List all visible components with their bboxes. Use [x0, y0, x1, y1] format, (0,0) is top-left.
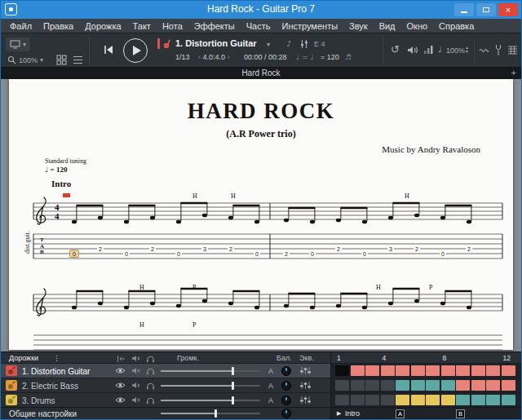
speed-stepper[interactable]: ▴▾ [466, 46, 468, 54]
timeline-cell[interactable] [486, 380, 500, 391]
loop-icon[interactable]: ↺ [391, 43, 400, 55]
timeline-cells[interactable] [331, 378, 521, 392]
track-row[interactable]: 3. Drums A [1, 393, 521, 408]
mute-speaker-icon[interactable] [131, 382, 140, 389]
section-marker[interactable]: Intro [51, 179, 71, 188]
relative-speed-value[interactable]: 100% [446, 46, 465, 55]
timeline-cell[interactable] [351, 395, 365, 405]
note-icon[interactable]: ♪ [286, 39, 291, 48]
go-to-start-button[interactable] [104, 45, 114, 55]
eq-icon[interactable] [299, 381, 312, 390]
timeline-cell[interactable] [365, 380, 379, 391]
timeline-cell[interactable] [411, 395, 425, 405]
timeline-cell[interactable] [381, 365, 395, 376]
playhead-cell[interactable] [335, 365, 349, 376]
menu-item-9[interactable]: Звук [343, 20, 374, 33]
menu-item-4[interactable]: Такт [127, 20, 157, 33]
track-name[interactable]: 2. Electric Bass [22, 382, 78, 391]
timeline-cell[interactable] [351, 365, 365, 376]
mute-speaker-icon[interactable] [131, 396, 140, 404]
score-page[interactable]: HARD ROCK (A.R Power trio) Music by Andr… [9, 79, 513, 350]
master-volume-slider[interactable] [161, 409, 260, 418]
notation-system-1[interactable]: 4 4 T A B HHH0202032020203202 [25, 192, 507, 280]
track-selector[interactable]: 1. Distortion Guitar [175, 38, 257, 48]
visibility-eye-icon[interactable] [115, 367, 126, 374]
menu-item-8[interactable]: Инструменты [276, 20, 343, 33]
timeline-cell[interactable] [486, 365, 500, 376]
balance-knob[interactable] [281, 381, 291, 391]
timeline-cells[interactable] [331, 364, 521, 378]
timeline-cell[interactable] [426, 395, 440, 405]
minimize-button[interactable] [454, 3, 474, 16]
level-meter-icon[interactable] [423, 45, 433, 55]
headphones-solo-icon[interactable] [146, 396, 155, 405]
timeline-cell[interactable] [396, 365, 409, 376]
timeline-cell[interactable] [502, 395, 515, 405]
timeline-cell[interactable] [426, 380, 440, 391]
automation-label[interactable]: A [268, 396, 273, 405]
volume-slider[interactable] [161, 382, 260, 390]
master-settings-label[interactable]: Общие настройки [9, 409, 77, 418]
timeline-cell[interactable] [502, 365, 515, 376]
fretboard-icon[interactable] [507, 45, 518, 55]
eq-icon[interactable] [299, 396, 312, 405]
notes-and-tab-numbers[interactable]: HHH0202032020203202 [70, 192, 473, 258]
visibility-eye-icon[interactable] [115, 396, 126, 404]
close-button[interactable]: × [498, 3, 518, 16]
timeline-cell[interactable] [426, 365, 440, 376]
timeline-cell[interactable] [456, 395, 470, 405]
volume-slider[interactable] [161, 367, 260, 375]
tempo-equivalence[interactable]: ♩ = ♩ [296, 53, 314, 61]
timeline-cell[interactable] [486, 395, 500, 405]
eq-icon[interactable] [299, 366, 312, 375]
headphones-solo-icon[interactable] [146, 367, 155, 375]
balance-knob[interactable] [281, 396, 291, 405]
timeline-cells[interactable] [331, 393, 521, 407]
timeline-cell[interactable] [365, 395, 379, 405]
menu-item-12[interactable]: Справка [433, 20, 480, 33]
track-row[interactable]: 2. Electric Bass A [1, 378, 521, 393]
master-balance-knob[interactable] [281, 409, 291, 418]
mute-speaker-icon[interactable] [131, 367, 140, 374]
timeline-cell[interactable] [441, 380, 455, 391]
timeline-cell[interactable] [502, 380, 515, 391]
timeline-cell[interactable] [456, 365, 470, 376]
automation-label[interactable]: A [268, 382, 273, 390]
notation-system-2[interactable]: HPHPHP [25, 285, 507, 350]
menu-item-1[interactable]: Файл [4, 20, 38, 33]
title-bar[interactable]: Hard Rock - Guitar Pro 7 × [1, 1, 521, 19]
timeline-cell[interactable] [381, 395, 395, 405]
multitrack-view-button[interactable] [56, 55, 67, 65]
collapse-icon[interactable] [117, 355, 126, 363]
timeline-cell[interactable] [441, 395, 455, 405]
tuning-fork-icon[interactable] [493, 44, 503, 56]
timeline-cell[interactable] [471, 365, 485, 376]
section-marker-label[interactable]: Intro [345, 409, 360, 418]
section-markers-row[interactable]: ▶ Intro AB [331, 408, 521, 419]
score-tab[interactable]: Hard Rock [1, 69, 521, 77]
menu-item-2[interactable]: Правка [38, 20, 79, 33]
track-name[interactable]: 1. Distortion Guitar [22, 367, 90, 376]
tempo-value[interactable]: = 120 [321, 53, 339, 61]
solo-all-headphones-icon[interactable] [146, 355, 155, 363]
menu-item-10[interactable]: Вид [374, 20, 401, 33]
play-button[interactable] [123, 38, 148, 63]
maximize-button[interactable] [476, 3, 496, 16]
balance-knob[interactable] [281, 366, 291, 376]
menu-item-11[interactable]: Окно [401, 20, 434, 33]
page-layout-button[interactable] [73, 55, 83, 65]
line-in-wave-icon[interactable] [479, 47, 489, 54]
timeline-cell[interactable] [471, 395, 485, 405]
timeline-cell[interactable] [381, 380, 395, 391]
timeline-cell[interactable] [456, 380, 470, 391]
fader-icon[interactable] [299, 39, 309, 49]
automation-label[interactable]: A [268, 367, 273, 375]
speaker-icon[interactable] [407, 46, 418, 55]
menu-item-6[interactable]: Эффекты [188, 20, 241, 33]
section-box-b[interactable]: B [456, 409, 465, 418]
timeline-cell[interactable] [396, 395, 409, 405]
mute-all-speaker-icon[interactable] [131, 355, 140, 362]
swing-feel-icon[interactable]: ♬ [345, 53, 352, 61]
track-row[interactable]: 1. Distortion Guitar A [1, 364, 521, 378]
timeline-ruler[interactable]: 14812 [331, 352, 521, 363]
